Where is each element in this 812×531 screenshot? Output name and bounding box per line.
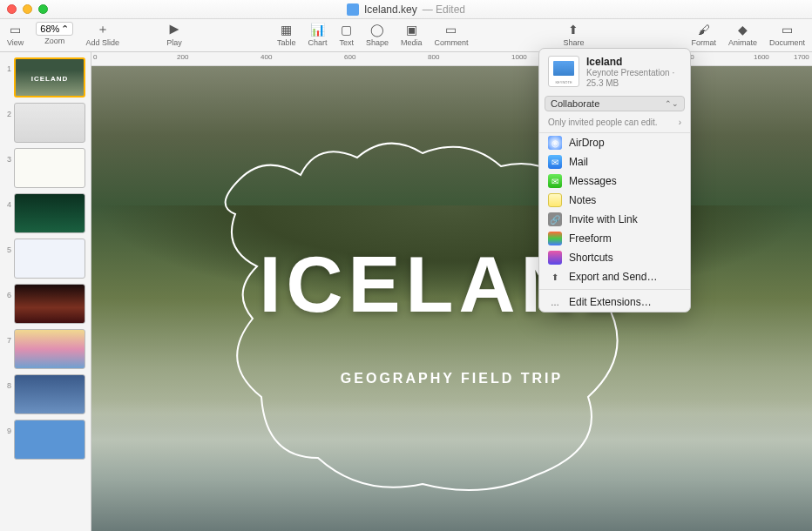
- slide-thumbnail-8[interactable]: [14, 374, 85, 414]
- thumb-num-3: 3: [3, 148, 14, 164]
- window-titlebar: Iceland.key — Edited: [0, 0, 812, 19]
- collaborate-label: Collaborate: [551, 98, 599, 109]
- chevron-right-icon: ›: [679, 118, 681, 127]
- slide-thumbnail-3[interactable]: [14, 148, 85, 188]
- zoom-value: 68%: [40, 24, 59, 34]
- keynote-doc-icon: [347, 3, 359, 16]
- invite-label: Invite with Link: [569, 213, 638, 225]
- share-doc-meta: Keynote Presentation · 25.3 MB: [586, 68, 681, 89]
- messages-label: Messages: [569, 175, 617, 187]
- thumb-num-4: 4: [3, 193, 14, 209]
- format-label: Format: [691, 38, 716, 47]
- table-button[interactable]: ▦ Table: [277, 22, 296, 47]
- export-label: Export and Send…: [569, 271, 657, 283]
- thumb-num-9: 9: [3, 420, 14, 435]
- permissions-row[interactable]: Only invited people can edit. ›: [539, 115, 690, 132]
- thumb-num-2: 2: [3, 103, 14, 118]
- text-button[interactable]: ▢ Text: [339, 22, 354, 47]
- table-label: Table: [277, 38, 296, 47]
- view-label: View: [7, 38, 24, 47]
- shape-label: Shape: [366, 38, 389, 47]
- shortcuts-label: Shortcuts: [569, 252, 613, 264]
- media-label: Media: [401, 38, 423, 47]
- comment-button[interactable]: ▭ Comment: [434, 22, 468, 47]
- thumb-num-6: 6: [3, 284, 14, 299]
- close-button[interactable]: [7, 4, 17, 14]
- slide-thumbnail-1[interactable]: [14, 57, 85, 97]
- thumb-num-1: 1: [3, 57, 14, 73]
- share-messages[interactable]: ✉︎Messages: [539, 171, 690, 191]
- slide-thumbnail-4[interactable]: [14, 193, 85, 233]
- slide-title[interactable]: ICELAND: [91, 240, 812, 330]
- slide-thumbnail-2[interactable]: [14, 103, 85, 143]
- share-doc-icon: [548, 56, 579, 87]
- add-slide-button[interactable]: ＋ Add Slide: [85, 22, 119, 47]
- canvas-area[interactable]: 0 200 400 600 800 1000 1200 1400 1600 17…: [91, 52, 812, 531]
- mail-icon: ✉︎: [548, 155, 562, 169]
- format-button[interactable]: 🖌︎ Format: [691, 22, 716, 47]
- thumb-num-5: 5: [3, 239, 14, 254]
- slide[interactable]: ICELAND GEOGRAPHY FIELD TRIP: [91, 66, 812, 531]
- chart-label: Chart: [308, 38, 327, 47]
- shape-button[interactable]: ◯ Shape: [366, 22, 389, 47]
- extensions-icon: …: [548, 295, 562, 309]
- slide-thumbnail-9[interactable]: [14, 420, 85, 460]
- slide-thumbnail-5[interactable]: [14, 239, 85, 279]
- horizontal-ruler: 0 200 400 600 800 1000 1200 1400 1600 17…: [91, 52, 812, 66]
- edit-extensions[interactable]: …Edit Extensions…: [539, 292, 690, 312]
- share-button[interactable]: ⬆︎ Share: [563, 22, 584, 47]
- airdrop-label: AirDrop: [569, 137, 605, 149]
- comment-label: Comment: [434, 38, 468, 47]
- notes-icon: [548, 193, 562, 207]
- share-invite-link[interactable]: 🔗Invite with Link: [539, 210, 690, 229]
- slide-thumbnail-6[interactable]: [14, 284, 85, 324]
- maximize-button[interactable]: [38, 4, 48, 14]
- slide-navigator[interactable]: 1 2 3 4 5 6 7 8 9: [0, 52, 91, 531]
- share-mail[interactable]: ✉︎Mail: [539, 152, 690, 171]
- chart-button[interactable]: 📊 Chart: [308, 22, 327, 47]
- mail-label: Mail: [569, 156, 588, 168]
- window-filename[interactable]: Iceland.key: [364, 3, 417, 16]
- airdrop-icon: ◎: [548, 136, 562, 150]
- notes-label: Notes: [569, 194, 596, 206]
- animate-label: Animate: [728, 38, 757, 47]
- chevron-up-down-icon: ⌃⌄: [665, 99, 679, 108]
- document-label: Document: [769, 38, 805, 47]
- toolbar: ▭ View 68%⌃ Zoom ＋ Add Slide Play ▦ Tabl…: [0, 19, 812, 52]
- zoom-label: Zoom: [44, 37, 64, 45]
- slide-subtitle[interactable]: GEOGRAPHY FIELD TRIP: [91, 371, 812, 386]
- slide-thumbnail-7[interactable]: [14, 329, 85, 369]
- share-export-send[interactable]: ⬆︎Export and Send…: [539, 267, 690, 286]
- minimize-button[interactable]: [23, 4, 32, 14]
- thumb-num-8: 8: [3, 374, 14, 390]
- zoom-control[interactable]: 68%⌃ Zoom: [36, 22, 73, 45]
- share-doc-title: Iceland: [586, 56, 681, 68]
- share-popover: Iceland Keynote Presentation · 25.3 MB C…: [538, 48, 691, 313]
- share-shortcuts[interactable]: Shortcuts: [539, 248, 690, 267]
- shortcuts-icon: [548, 251, 562, 265]
- add-slide-label: Add Slide: [85, 38, 119, 47]
- window-edited-label: — Edited: [423, 3, 465, 16]
- media-button[interactable]: ▣ Media: [401, 22, 423, 47]
- view-button[interactable]: ▭ View: [7, 22, 24, 47]
- link-icon: 🔗: [548, 212, 562, 226]
- thumb-num-7: 7: [3, 329, 14, 345]
- animate-button[interactable]: ◆ Animate: [728, 22, 757, 47]
- play-label: Play: [166, 38, 182, 47]
- share-label: Share: [563, 38, 584, 47]
- export-icon: ⬆︎: [548, 270, 562, 284]
- share-airdrop[interactable]: ◎AirDrop: [539, 133, 690, 152]
- collaborate-dropdown[interactable]: Collaborate ⌃⌄: [545, 96, 685, 111]
- messages-icon: ✉︎: [548, 174, 562, 188]
- edit-ext-label: Edit Extensions…: [569, 296, 652, 308]
- text-label: Text: [339, 38, 354, 47]
- share-freeform[interactable]: Freeform: [539, 229, 690, 248]
- freeform-icon: [548, 232, 562, 245]
- freeform-label: Freeform: [569, 232, 612, 245]
- play-button[interactable]: Play: [166, 22, 182, 47]
- permission-text: Only invited people can edit.: [548, 118, 658, 127]
- share-notes[interactable]: Notes: [539, 191, 690, 210]
- document-button[interactable]: ▭ Document: [769, 22, 805, 47]
